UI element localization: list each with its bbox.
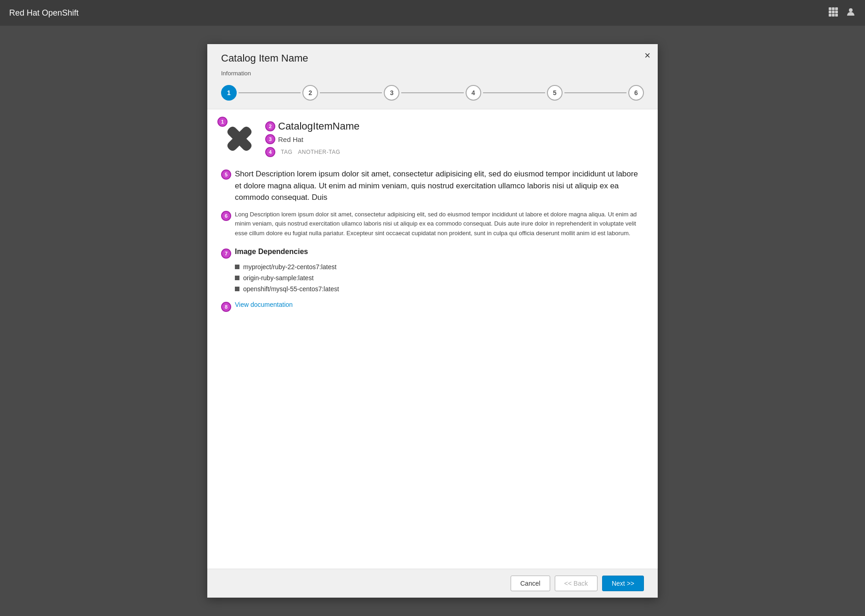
image-dep-1: myproject/ruby-22-centos7:latest — [235, 263, 644, 271]
step-line-4 — [483, 92, 545, 93]
bullet-icon-1 — [235, 265, 239, 269]
badge-3: 3 — [265, 134, 275, 144]
badge-7: 7 — [221, 249, 231, 259]
item-meta: 2 CatalogItemName 3 Red Hat 4 TAG ANOTHE… — [265, 120, 644, 157]
step-line-1 — [239, 92, 301, 93]
item-name-text: CatalogItemName — [278, 120, 359, 132]
image-dep-2: origin-ruby-sample:latest — [235, 274, 644, 282]
badge-8: 8 — [221, 302, 231, 312]
item-tags-row: 4 TAG ANOTHER-TAG — [265, 147, 644, 157]
dialog-footer: Cancel << Back Next >> — [207, 569, 658, 598]
svg-rect-0 — [829, 7, 831, 10]
step-3[interactable]: 3 — [384, 85, 399, 101]
image-deps-list: myproject/ruby-22-centos7:latest origin-… — [235, 263, 644, 293]
step-line-2 — [320, 92, 382, 93]
user-icon[interactable] — [846, 7, 856, 19]
svg-rect-3 — [829, 11, 831, 13]
step-5[interactable]: 5 — [547, 85, 563, 101]
badge-6: 6 — [221, 211, 231, 221]
navbar-icons — [828, 7, 856, 19]
main-area: × Catalog Item Name Information 1 2 3 — [0, 26, 865, 616]
short-desc-row: 5 Short Description lorem ipsum dolor si… — [221, 168, 644, 203]
image-dep-1-text: myproject/ruby-22-centos7:latest — [243, 263, 336, 271]
catalog-item-icon — [221, 120, 258, 157]
step-line-3 — [401, 92, 463, 93]
svg-rect-1 — [832, 7, 835, 10]
step-line-5 — [564, 92, 626, 93]
bullet-icon-3 — [235, 287, 239, 291]
image-deps-section: 7 Image Dependencies — [221, 248, 644, 259]
step-2[interactable]: 2 — [302, 85, 318, 101]
item-header-row: 1 — [221, 120, 644, 159]
back-button[interactable]: << Back — [555, 576, 598, 591]
item-provider-text: Red Hat — [278, 136, 303, 143]
view-documentation-link[interactable]: View documentation — [235, 301, 293, 308]
item-icon-container: 1 — [221, 120, 258, 159]
bullet-icon-2 — [235, 276, 239, 280]
navbar: Red Hat OpenShift — [0, 0, 865, 26]
section-label: Information — [221, 70, 644, 77]
svg-rect-7 — [832, 14, 835, 17]
view-doc-row: 8 View documentation — [221, 301, 644, 312]
app-title: Red Hat OpenShift — [9, 8, 79, 18]
image-dep-3-text: openshift/mysql-55-centos7:latest — [243, 285, 339, 293]
dialog-body: 1 — [207, 109, 658, 569]
badge-4: 4 — [265, 147, 275, 157]
image-deps-title: Image Dependencies — [235, 248, 308, 256]
image-dep-3: openshift/mysql-55-centos7:latest — [235, 285, 644, 293]
cancel-button[interactable]: Cancel — [511, 576, 550, 591]
svg-rect-4 — [832, 11, 835, 13]
grid-icon[interactable] — [828, 7, 838, 19]
long-desc-row: 6 Long Description lorem ipsum dolor sit… — [221, 210, 644, 238]
image-dep-2-text: origin-ruby-sample:latest — [243, 274, 313, 282]
tag-2: ANOTHER-TAG — [298, 149, 340, 155]
next-button[interactable]: Next >> — [602, 576, 644, 591]
badge-1: 1 — [217, 117, 228, 127]
item-provider-row: 3 Red Hat — [265, 134, 644, 144]
dialog: × Catalog Item Name Information 1 2 3 — [207, 44, 658, 598]
svg-rect-2 — [835, 7, 838, 10]
dialog-title: Catalog Item Name — [221, 52, 644, 64]
step-4[interactable]: 4 — [466, 85, 481, 101]
item-name-row: 2 CatalogItemName — [265, 120, 644, 132]
badge-5: 5 — [221, 170, 231, 180]
svg-rect-6 — [829, 14, 831, 17]
step-1[interactable]: 1 — [221, 85, 237, 101]
long-description: Long Description lorem ipsum dolor sit a… — [235, 210, 644, 238]
stepper: 1 2 3 4 5 6 — [221, 80, 644, 109]
dialog-header: Catalog Item Name Information 1 2 3 4 — [207, 44, 658, 109]
svg-rect-5 — [835, 11, 838, 13]
short-description: Short Description lorem ipsum dolor sit … — [235, 168, 644, 203]
svg-rect-8 — [835, 14, 838, 17]
tag-1: TAG — [281, 149, 292, 155]
close-button[interactable]: × — [644, 51, 650, 61]
badge-2: 2 — [265, 121, 275, 131]
svg-point-9 — [849, 8, 853, 12]
step-6[interactable]: 6 — [628, 85, 644, 101]
